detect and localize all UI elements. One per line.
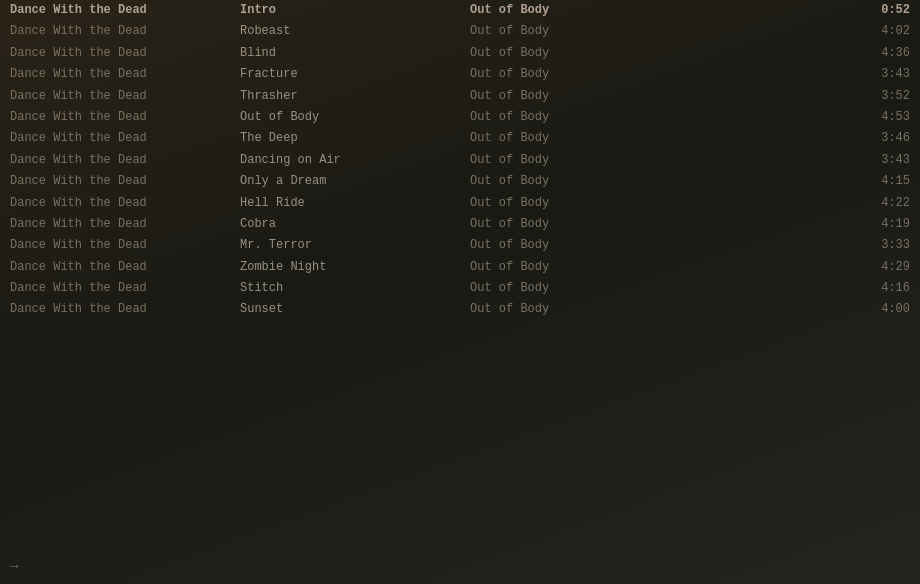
track-title: Thrasher	[240, 88, 470, 105]
track-duration: 3:52	[670, 88, 910, 105]
table-row[interactable]: Dance With the DeadOnly a DreamOut of Bo…	[0, 171, 920, 192]
title-header: Intro	[240, 2, 470, 19]
track-artist: Dance With the Dead	[10, 280, 240, 297]
duration-header: 0:52	[670, 2, 910, 19]
artist-header: Dance With the Dead	[10, 2, 240, 19]
track-title: Out of Body	[240, 109, 470, 126]
track-list: Dance With the Dead Intro Out of Body 0:…	[0, 0, 920, 321]
album-header: Out of Body	[470, 2, 670, 19]
track-duration: 4:29	[670, 259, 910, 276]
track-title: Stitch	[240, 280, 470, 297]
track-artist: Dance With the Dead	[10, 109, 240, 126]
track-title: Fracture	[240, 66, 470, 83]
track-album: Out of Body	[470, 45, 670, 62]
track-album: Out of Body	[470, 259, 670, 276]
table-row[interactable]: Dance With the DeadDancing on AirOut of …	[0, 150, 920, 171]
table-row[interactable]: Dance With the DeadOut of BodyOut of Bod…	[0, 107, 920, 128]
track-artist: Dance With the Dead	[10, 152, 240, 169]
table-row[interactable]: Dance With the DeadFractureOut of Body3:…	[0, 64, 920, 85]
track-artist: Dance With the Dead	[10, 45, 240, 62]
table-row[interactable]: Dance With the DeadRobeastOut of Body4:0…	[0, 21, 920, 42]
track-duration: 4:00	[670, 301, 910, 318]
track-title: The Deep	[240, 130, 470, 147]
track-artist: Dance With the Dead	[10, 130, 240, 147]
track-duration: 4:15	[670, 173, 910, 190]
track-album: Out of Body	[470, 66, 670, 83]
track-album: Out of Body	[470, 237, 670, 254]
table-row[interactable]: Dance With the DeadSunsetOut of Body4:00	[0, 299, 920, 320]
table-row[interactable]: Dance With the DeadCobraOut of Body4:19	[0, 214, 920, 235]
table-row[interactable]: Dance With the DeadThe DeepOut of Body3:…	[0, 128, 920, 149]
arrow-icon: →	[10, 558, 18, 574]
table-row[interactable]: Dance With the DeadStitchOut of Body4:16	[0, 278, 920, 299]
track-artist: Dance With the Dead	[10, 173, 240, 190]
track-album: Out of Body	[470, 280, 670, 297]
track-duration: 4:53	[670, 109, 910, 126]
track-artist: Dance With the Dead	[10, 301, 240, 318]
track-duration: 4:19	[670, 216, 910, 233]
track-duration: 4:16	[670, 280, 910, 297]
table-row[interactable]: Dance With the DeadHell RideOut of Body4…	[0, 193, 920, 214]
table-row[interactable]: Dance With the DeadMr. TerrorOut of Body…	[0, 235, 920, 256]
track-duration: 3:46	[670, 130, 910, 147]
track-title: Blind	[240, 45, 470, 62]
track-title: Robeast	[240, 23, 470, 40]
track-album: Out of Body	[470, 173, 670, 190]
table-row[interactable]: Dance With the DeadBlindOut of Body4:36	[0, 43, 920, 64]
track-duration: 3:33	[670, 237, 910, 254]
track-title: Cobra	[240, 216, 470, 233]
track-album: Out of Body	[470, 152, 670, 169]
track-duration: 4:22	[670, 195, 910, 212]
track-album: Out of Body	[470, 23, 670, 40]
track-artist: Dance With the Dead	[10, 23, 240, 40]
track-duration: 4:02	[670, 23, 910, 40]
track-album: Out of Body	[470, 130, 670, 147]
track-duration: 3:43	[670, 66, 910, 83]
track-title: Only a Dream	[240, 173, 470, 190]
track-artist: Dance With the Dead	[10, 88, 240, 105]
track-album: Out of Body	[470, 88, 670, 105]
track-artist: Dance With the Dead	[10, 195, 240, 212]
track-artist: Dance With the Dead	[10, 259, 240, 276]
track-album: Out of Body	[470, 216, 670, 233]
track-artist: Dance With the Dead	[10, 216, 240, 233]
table-header: Dance With the Dead Intro Out of Body 0:…	[0, 0, 920, 21]
track-album: Out of Body	[470, 301, 670, 318]
track-title: Zombie Night	[240, 259, 470, 276]
track-artist: Dance With the Dead	[10, 237, 240, 254]
track-artist: Dance With the Dead	[10, 66, 240, 83]
track-album: Out of Body	[470, 195, 670, 212]
track-duration: 4:36	[670, 45, 910, 62]
track-title: Sunset	[240, 301, 470, 318]
table-row[interactable]: Dance With the DeadZombie NightOut of Bo…	[0, 257, 920, 278]
track-title: Hell Ride	[240, 195, 470, 212]
track-title: Mr. Terror	[240, 237, 470, 254]
track-duration: 3:43	[670, 152, 910, 169]
table-row[interactable]: Dance With the DeadThrasherOut of Body3:…	[0, 86, 920, 107]
track-album: Out of Body	[470, 109, 670, 126]
track-title: Dancing on Air	[240, 152, 470, 169]
